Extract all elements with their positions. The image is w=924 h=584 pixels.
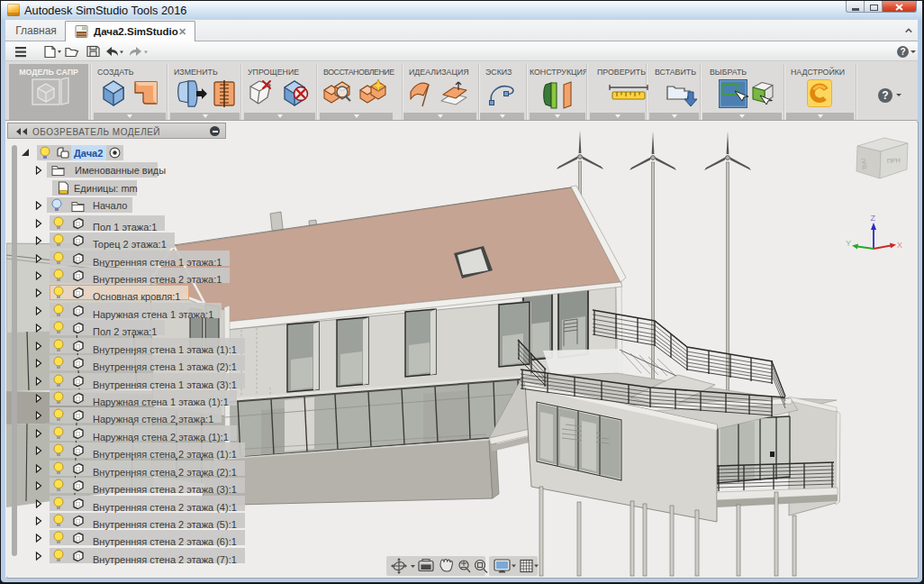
svg-text:Y: Y [846, 239, 851, 248]
svg-text:Z: Z [871, 214, 876, 223]
svg-text:X: X [897, 241, 902, 250]
svg-text:ПРН: ПРН [887, 157, 901, 164]
